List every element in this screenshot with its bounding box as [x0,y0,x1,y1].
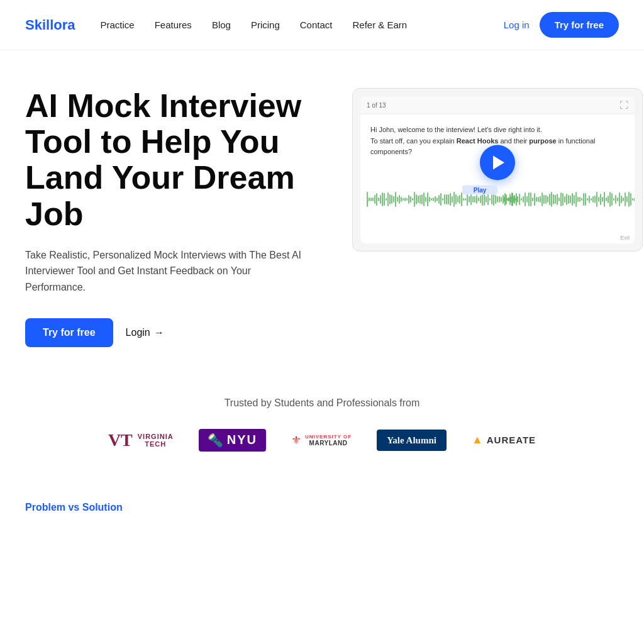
logos-row: VT VIRGINIA TECH 🔦 NYU ⚜ UNIVERSITY OF M… [25,429,619,452]
aureate-text: AUREATE [487,435,536,445]
play-label[interactable]: Play [462,186,497,195]
hero-description: Take Realistic, Personalized Mock Interv… [25,247,302,296]
navigation: Skillora Practice Features Blog Pricing … [0,0,644,50]
vt-text: VIRGINIA TECH [138,433,174,448]
nyu-logo: 🔦 NYU [199,429,266,452]
play-icon [493,156,504,170]
arrow-icon: → [154,327,164,338]
nav-cta-button[interactable]: Try for free [540,12,619,38]
nyu-torch-icon: 🔦 [208,433,223,448]
video-toolbar: 1 of 13 ⛶ [360,96,635,114]
video-inner: 1 of 13 ⛶ Hi John, welcome to the interv… [360,96,635,243]
video-counter: 1 of 13 [367,102,386,109]
problem-section: Problem vs Solution [0,464,644,526]
nav-contact[interactable]: Contact [300,19,333,30]
play-overlay: Play [480,145,515,195]
nav-features[interactable]: Features [155,19,192,30]
audio-waveform-right [497,187,635,212]
nav-practice[interactable]: Practice [100,19,134,30]
nav-links: Practice Features Blog Pricing Contact R… [100,19,503,30]
yale-text: Yale Alumni [387,435,436,445]
play-button[interactable] [480,145,515,180]
nav-blog[interactable]: Blog [212,19,231,30]
hero-buttons: Try for free Login → [25,318,327,347]
nav-login-link[interactable]: Log in [504,19,530,30]
trusted-section: Trusted by Students and Professionals fr… [0,372,644,464]
virginia-tech-logo: VT VIRGINIA TECH [108,430,174,450]
hero-cta-button[interactable]: Try for free [25,318,113,347]
aureate-logo: ▲ AUREATE [472,433,536,447]
umd-text: UNIVERSITY OF MARYLAND [305,434,352,447]
exit-label[interactable]: Exit [620,235,630,241]
aureate-chevron-icon: ▲ [472,433,483,447]
umd-shield-icon: ⚜ [291,433,301,447]
umd-logo: ⚜ UNIVERSITY OF MARYLAND [291,433,352,447]
nav-pricing[interactable]: Pricing [251,19,280,30]
yale-logo: Yale Alumni [377,430,447,451]
trusted-label: Trusted by Students and Professionals fr… [25,397,619,409]
hero-content: AI Mock Interview Tool to Help You Land … [25,88,327,347]
nyu-text: NYU [227,433,257,447]
hero-login-link[interactable]: Login → [126,327,164,338]
nav-refer[interactable]: Refer & Earn [352,19,407,30]
hero-section: AI Mock Interview Tool to Help You Land … [0,50,644,372]
hero-video-preview: 1 of 13 ⛶ Hi John, welcome to the interv… [352,88,643,252]
vt-icon: VT [108,430,133,450]
nav-right: Log in Try for free [504,12,619,38]
brand-logo[interactable]: Skillora [25,17,75,33]
hero-title: AI Mock Interview Tool to Help You Land … [25,88,327,232]
problem-label: Problem vs Solution [25,502,619,513]
fullscreen-icon[interactable]: ⛶ [619,100,628,110]
video-container: 1 of 13 ⛶ Hi John, welcome to the interv… [352,88,643,252]
